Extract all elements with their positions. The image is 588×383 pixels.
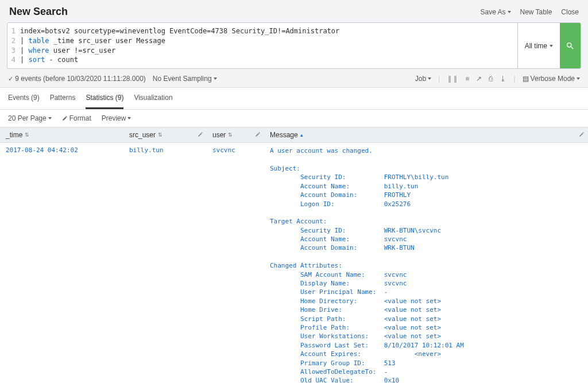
save-as-button[interactable]: Save As [480,8,510,16]
sort-icon: ⇅ [25,132,29,138]
chevron-down-icon [214,78,217,80]
edit-column-icon[interactable] [255,131,261,139]
pencil-icon [62,115,68,121]
chevron-down-icon [48,117,52,119]
close-button[interactable]: Close [561,8,579,16]
cell-src-user[interactable]: billy.tun [123,143,207,383]
edit-column-icon[interactable] [579,131,585,139]
sort-icon: ⇅ [158,132,163,138]
cell-user[interactable]: svcvnc [207,143,264,383]
format-button[interactable]: Format [62,114,91,122]
table-row: 2017-08-24 04:42:02billy.tunsvcvncA user… [0,143,588,383]
tab-statistics[interactable]: Statistics (9) [86,88,123,109]
download-icon[interactable]: ⭳ [500,75,506,83]
time-range-picker[interactable]: All time [517,23,560,68]
cell-message[interactable]: A user account was changed. Subject: Sec… [264,143,588,383]
sort-asc-icon: ▴ [300,132,303,138]
preview-dropdown[interactable]: Preview [102,114,131,122]
sort-icon: ⇅ [228,132,233,138]
tab-events[interactable]: Events (9) [8,88,40,109]
event-sampling-dropdown[interactable]: No Event Sampling [153,75,217,83]
edit-column-icon[interactable] [198,131,203,139]
column-header-src-user[interactable]: src_user⇅ [123,127,207,142]
search-input[interactable]: 1index=botsv2 sourcetype=wineventlog Eve… [7,23,517,68]
column-header-message[interactable]: Message▴ [264,127,588,142]
chevron-down-icon [127,117,131,119]
stop-icon: ■ [465,75,469,83]
cell-time[interactable]: 2017-08-24 04:42:02 [0,143,123,383]
tab-patterns[interactable]: Patterns [50,88,76,109]
column-header-time[interactable]: _time⇅ [0,127,123,142]
page-title: New Search [9,6,68,18]
search-icon [566,41,575,51]
chevron-down-icon [577,78,580,80]
tab-visualization[interactable]: Visualization [134,88,172,109]
chevron-down-icon [550,45,553,47]
chevron-down-icon [508,11,511,13]
share-icon[interactable]: ↗ [476,75,482,83]
mode-dropdown[interactable]: ▤ Verbose Mode [523,75,580,83]
column-header-user[interactable]: user⇅ [207,127,264,142]
new-table-button[interactable]: New Table [520,8,552,16]
print-icon[interactable]: ⎙ [489,75,493,83]
event-count: 9 events (before 10/03/2020 11:11:28.000… [15,75,146,83]
chevron-down-icon [428,78,431,80]
check-icon: ✓ [8,75,13,82]
per-page-dropdown[interactable]: 20 Per Page [8,114,52,122]
job-dropdown[interactable]: Job [415,75,431,83]
search-button[interactable] [560,23,581,68]
pause-icon: ❚❚ [447,75,458,83]
